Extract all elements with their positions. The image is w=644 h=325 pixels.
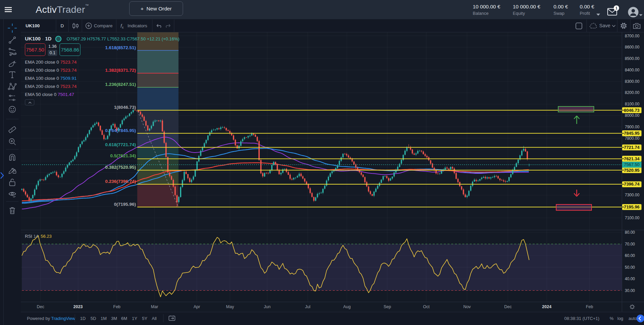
- svg-text:Dec: Dec: [504, 304, 511, 309]
- svg-text:Jun: Jun: [264, 304, 271, 309]
- svg-text:0.236(7396.74): 0.236(7396.74): [105, 179, 136, 184]
- svg-text:Aug: Aug: [343, 304, 351, 309]
- svg-text:0.382(7520.95): 0.382(7520.95): [105, 165, 136, 170]
- svg-text:1.236(8247.51): 1.236(8247.51): [105, 82, 136, 87]
- svg-text:8500.00: 8500.00: [625, 56, 640, 61]
- svg-text:0.5(7621.34): 0.5(7621.34): [110, 153, 136, 158]
- svg-text:60.00: 60.00: [625, 253, 635, 258]
- svg-text:70.00: 70.00: [625, 242, 635, 247]
- svg-text:7845.95: 7845.95: [624, 131, 639, 136]
- svg-text:Oct: Oct: [423, 304, 430, 309]
- svg-text:7900.00: 7900.00: [625, 125, 640, 129]
- svg-text:0.764(7845.95): 0.764(7845.95): [105, 128, 136, 133]
- svg-text:30.00: 30.00: [625, 288, 635, 293]
- svg-text:Jul: Jul: [305, 304, 311, 309]
- svg-text:40.00: 40.00: [625, 277, 635, 281]
- svg-text:7300.00: 7300.00: [625, 193, 640, 197]
- svg-text:Mar: Mar: [151, 304, 158, 309]
- svg-text:1.382(8371.72): 1.382(8371.72): [105, 68, 136, 73]
- svg-text:Feb: Feb: [113, 304, 121, 309]
- svg-text:7621.34: 7621.34: [624, 156, 640, 161]
- svg-text:7520.95: 7520.95: [624, 168, 639, 173]
- svg-text:2023: 2023: [73, 304, 83, 309]
- svg-text:Apr: Apr: [193, 304, 200, 309]
- svg-text:Feb: Feb: [586, 304, 593, 309]
- svg-text:8300.00: 8300.00: [625, 79, 640, 84]
- svg-text:8100.00: 8100.00: [625, 102, 640, 106]
- svg-text:8000.00: 8000.00: [625, 113, 640, 118]
- svg-text:50.00: 50.00: [625, 265, 635, 270]
- svg-text:1(8046.73): 1(8046.73): [114, 105, 136, 110]
- svg-text:8200.00: 8200.00: [625, 90, 640, 95]
- svg-text:8400.00: 8400.00: [625, 68, 640, 72]
- svg-text:7195.96: 7195.96: [624, 204, 639, 209]
- svg-text:Sep: Sep: [384, 304, 391, 309]
- svg-text:7396.74: 7396.74: [624, 182, 640, 187]
- svg-text:May: May: [226, 304, 234, 309]
- svg-text:7100.00: 7100.00: [625, 216, 640, 220]
- svg-text:0.618(7721.74): 0.618(7721.74): [105, 142, 136, 147]
- svg-text:2024: 2024: [542, 304, 551, 309]
- svg-text:7567.50: 7567.50: [624, 162, 639, 167]
- svg-text:7721.74: 7721.74: [624, 145, 640, 150]
- svg-text:8600.00: 8600.00: [625, 45, 640, 50]
- svg-text:8700.00: 8700.00: [625, 34, 640, 38]
- svg-text:1.618(8572.51): 1.618(8572.51): [105, 45, 136, 50]
- svg-text:7800.00: 7800.00: [625, 136, 640, 141]
- svg-text:0(7195.96): 0(7195.96): [114, 202, 136, 207]
- svg-text:80.00: 80.00: [625, 230, 635, 235]
- svg-text:Nov: Nov: [463, 304, 471, 309]
- svg-text:8046.73: 8046.73: [624, 108, 639, 113]
- svg-text:Dec: Dec: [37, 304, 44, 309]
